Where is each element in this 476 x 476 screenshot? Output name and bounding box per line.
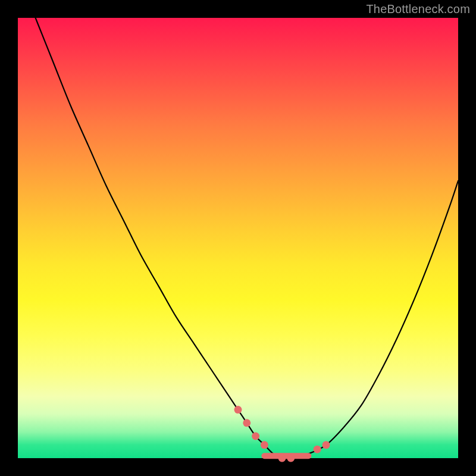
curve-svg [18,18,458,458]
chart-frame: TheBottleneck.com [0,0,476,476]
floor-marker-dot [243,419,250,427]
bottleneck-curve [36,18,458,459]
plot-area [18,18,458,458]
floor-marker-dot [278,455,286,462]
floor-marker-dot [252,433,259,440]
floor-marker-dot [261,441,268,449]
floor-marker-dot [322,441,330,449]
floor-marker-dot [314,446,321,453]
watermark-text: TheBottleneck.com [366,2,470,16]
floor-marker-dot [287,455,295,462]
floor-marker-dot [234,406,242,414]
